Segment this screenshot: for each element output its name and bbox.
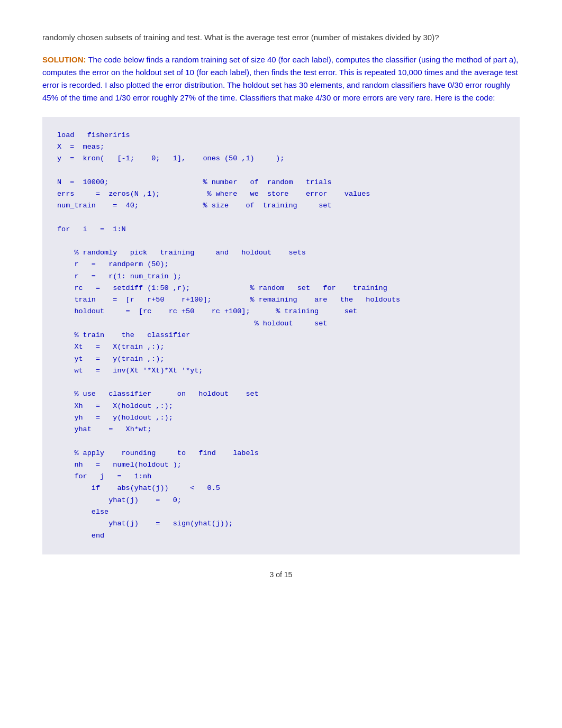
intro-text: randomly chosen subsets of training and …: [42, 32, 520, 44]
solution-label: SOLUTION:: [42, 55, 86, 64]
solution-text: The code below finds a random training s…: [42, 55, 518, 102]
solution-block: SOLUTION: The code below finds a random …: [42, 53, 520, 104]
code-block: load fisheriris X = meas; y = kron( [-1;…: [42, 117, 520, 554]
page-footer: 3 of 15: [42, 570, 520, 579]
